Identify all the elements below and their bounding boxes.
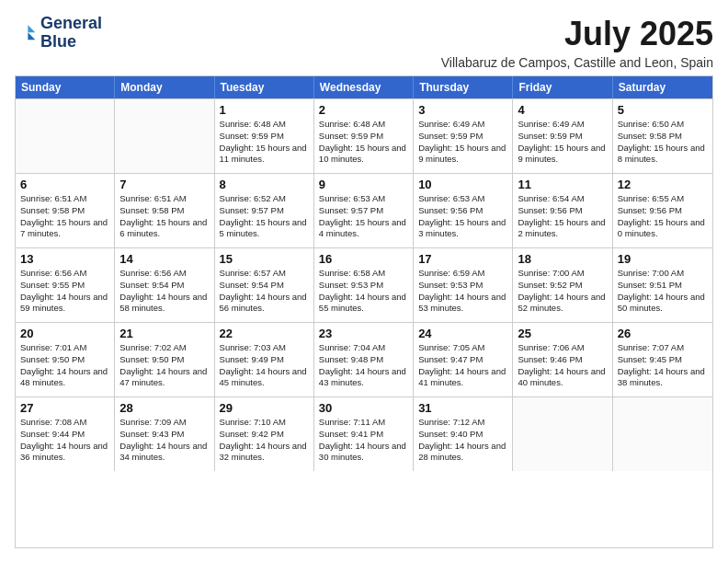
svg-marker-0 [28,25,35,32]
cell-info: Sunrise: 7:07 AM Sunset: 9:45 PM Dayligh… [618,342,708,389]
day-number: 12 [618,178,708,191]
calendar-row-1: 6Sunrise: 6:51 AM Sunset: 9:58 PM Daylig… [16,173,712,247]
day-number: 10 [418,178,507,191]
calendar-cell-1-3: 9Sunrise: 6:53 AM Sunset: 9:57 PM Daylig… [314,174,414,247]
cell-info: Sunrise: 7:11 AM Sunset: 9:41 PM Dayligh… [319,417,408,464]
day-number: 11 [518,178,607,191]
header-monday: Monday [115,76,214,98]
day-number: 6 [20,178,109,191]
day-number: 30 [319,401,408,415]
page: General Blue July 2025 Villabaruz de Cam… [0,0,728,563]
calendar-cell-4-3: 30Sunrise: 7:11 AM Sunset: 9:41 PM Dayli… [314,397,414,471]
header-saturday: Saturday [613,76,712,98]
day-number: 25 [518,327,607,340]
day-number: 18 [518,252,607,266]
day-number: 21 [119,327,209,340]
cell-info: Sunrise: 6:49 AM Sunset: 9:59 PM Dayligh… [518,119,607,166]
cell-info: Sunrise: 7:05 AM Sunset: 9:47 PM Dayligh… [418,342,507,389]
calendar-cell-3-2: 22Sunrise: 7:03 AM Sunset: 9:49 PM Dayli… [215,323,314,396]
title-area: July 2025 Villabaruz de Campos, Castille… [441,15,713,70]
cell-info: Sunrise: 7:12 AM Sunset: 9:40 PM Dayligh… [418,417,507,464]
day-number: 31 [418,401,507,415]
calendar-cell-3-1: 21Sunrise: 7:02 AM Sunset: 9:50 PM Dayli… [115,323,214,396]
day-number: 2 [319,103,408,117]
calendar-row-4: 27Sunrise: 7:08 AM Sunset: 9:44 PM Dayli… [16,396,712,471]
cell-info: Sunrise: 7:00 AM Sunset: 9:52 PM Dayligh… [518,268,607,315]
cell-info: Sunrise: 6:51 AM Sunset: 9:58 PM Dayligh… [20,193,109,240]
calendar-cell-4-4: 31Sunrise: 7:12 AM Sunset: 9:40 PM Dayli… [414,397,513,471]
day-number: 17 [418,252,507,266]
calendar-cell-3-4: 24Sunrise: 7:05 AM Sunset: 9:47 PM Dayli… [414,323,513,396]
calendar-cell-2-3: 16Sunrise: 6:58 AM Sunset: 9:53 PM Dayli… [314,248,414,322]
day-number: 22 [220,327,309,340]
logo-text: General Blue [40,15,102,52]
day-number: 23 [319,327,408,340]
header-tuesday: Tuesday [215,76,314,98]
cell-info: Sunrise: 6:50 AM Sunset: 9:58 PM Dayligh… [618,119,708,166]
cell-info: Sunrise: 7:10 AM Sunset: 9:42 PM Dayligh… [220,417,309,464]
calendar-cell-3-3: 23Sunrise: 7:04 AM Sunset: 9:48 PM Dayli… [314,323,414,396]
cell-info: Sunrise: 6:59 AM Sunset: 9:53 PM Dayligh… [418,268,507,315]
calendar-cell-2-1: 14Sunrise: 6:56 AM Sunset: 9:54 PM Dayli… [115,248,214,322]
calendar-cell-0-4: 3Sunrise: 6:49 AM Sunset: 9:59 PM Daylig… [414,99,513,173]
cell-info: Sunrise: 7:00 AM Sunset: 9:51 PM Dayligh… [618,268,708,315]
calendar-cell-1-5: 11Sunrise: 6:54 AM Sunset: 9:56 PM Dayli… [513,174,612,247]
calendar-cell-2-5: 18Sunrise: 7:00 AM Sunset: 9:52 PM Dayli… [513,248,612,322]
calendar-row-2: 13Sunrise: 6:56 AM Sunset: 9:55 PM Dayli… [16,247,712,322]
header-friday: Friday [513,76,612,98]
calendar-cell-1-2: 8Sunrise: 6:52 AM Sunset: 9:57 PM Daylig… [215,174,314,247]
cell-info: Sunrise: 7:06 AM Sunset: 9:46 PM Dayligh… [518,342,607,389]
calendar-cell-2-0: 13Sunrise: 6:56 AM Sunset: 9:55 PM Dayli… [16,248,115,322]
day-number: 4 [518,103,607,117]
day-number: 20 [20,327,109,340]
day-number: 3 [418,103,507,117]
cell-info: Sunrise: 6:49 AM Sunset: 9:59 PM Dayligh… [418,119,507,166]
calendar-cell-4-5 [513,397,612,471]
day-number: 14 [119,252,209,266]
cell-info: Sunrise: 7:01 AM Sunset: 9:50 PM Dayligh… [20,342,109,389]
day-number: 15 [220,252,309,266]
cell-info: Sunrise: 6:56 AM Sunset: 9:55 PM Dayligh… [20,268,109,315]
location-title: Villabaruz de Campos, Castille and Leon,… [441,55,713,70]
day-number: 9 [319,178,408,191]
cell-info: Sunrise: 7:04 AM Sunset: 9:48 PM Dayligh… [319,342,408,389]
calendar-cell-0-3: 2Sunrise: 6:48 AM Sunset: 9:59 PM Daylig… [314,99,414,173]
header-thursday: Thursday [414,76,513,98]
cell-info: Sunrise: 6:53 AM Sunset: 9:56 PM Dayligh… [418,193,507,240]
header: General Blue July 2025 Villabaruz de Cam… [15,15,713,70]
cell-info: Sunrise: 6:53 AM Sunset: 9:57 PM Dayligh… [319,193,408,240]
cell-info: Sunrise: 7:08 AM Sunset: 9:44 PM Dayligh… [20,417,109,464]
header-sunday: Sunday [16,76,115,98]
day-number: 1 [220,103,309,117]
calendar-cell-4-1: 28Sunrise: 7:09 AM Sunset: 9:43 PM Dayli… [115,397,214,471]
logo-icon [15,22,37,44]
calendar-cell-2-6: 19Sunrise: 7:00 AM Sunset: 9:51 PM Dayli… [613,248,712,322]
calendar-body: 1Sunrise: 6:48 AM Sunset: 9:59 PM Daylig… [16,98,712,471]
calendar-header: Sunday Monday Tuesday Wednesday Thursday… [16,76,712,98]
day-number: 27 [20,401,109,415]
cell-info: Sunrise: 6:57 AM Sunset: 9:54 PM Dayligh… [220,268,309,315]
calendar-cell-1-6: 12Sunrise: 6:55 AM Sunset: 9:56 PM Dayli… [613,174,712,247]
month-title: July 2025 [441,15,713,53]
day-number: 24 [418,327,507,340]
svg-marker-1 [28,32,35,40]
day-number: 29 [220,401,309,415]
calendar-cell-4-2: 29Sunrise: 7:10 AM Sunset: 9:42 PM Dayli… [215,397,314,471]
calendar-cell-2-4: 17Sunrise: 6:59 AM Sunset: 9:53 PM Dayli… [414,248,513,322]
cell-info: Sunrise: 6:54 AM Sunset: 9:56 PM Dayligh… [518,193,607,240]
calendar-cell-0-5: 4Sunrise: 6:49 AM Sunset: 9:59 PM Daylig… [513,99,612,173]
calendar-cell-0-2: 1Sunrise: 6:48 AM Sunset: 9:59 PM Daylig… [215,99,314,173]
calendar: Sunday Monday Tuesday Wednesday Thursday… [15,75,713,548]
day-number: 7 [119,178,209,191]
cell-info: Sunrise: 7:02 AM Sunset: 9:50 PM Dayligh… [119,342,209,389]
calendar-cell-3-0: 20Sunrise: 7:01 AM Sunset: 9:50 PM Dayli… [16,323,115,396]
cell-info: Sunrise: 7:03 AM Sunset: 9:49 PM Dayligh… [220,342,309,389]
calendar-cell-1-1: 7Sunrise: 6:51 AM Sunset: 9:58 PM Daylig… [115,174,214,247]
calendar-cell-0-0 [16,99,115,173]
cell-info: Sunrise: 6:51 AM Sunset: 9:58 PM Dayligh… [119,193,209,240]
cell-info: Sunrise: 7:09 AM Sunset: 9:43 PM Dayligh… [119,417,209,464]
day-number: 8 [220,178,309,191]
cell-info: Sunrise: 6:52 AM Sunset: 9:57 PM Dayligh… [220,193,309,240]
day-number: 13 [20,252,109,266]
calendar-cell-2-2: 15Sunrise: 6:57 AM Sunset: 9:54 PM Dayli… [215,248,314,322]
